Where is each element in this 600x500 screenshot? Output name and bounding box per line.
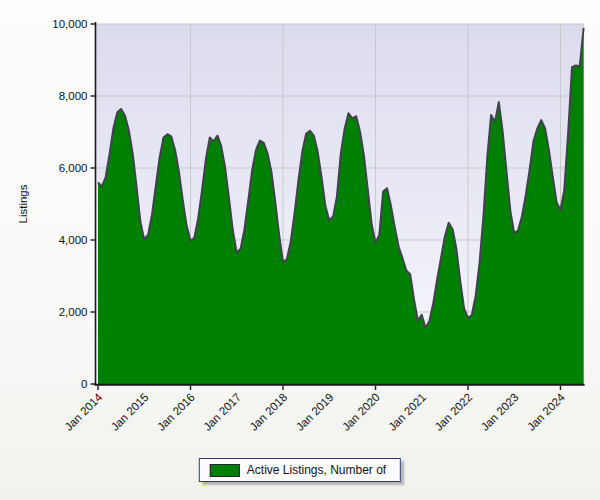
x-tick-label: Jan 2021 [386, 391, 428, 433]
y-tick-label: 4,000 [59, 234, 88, 246]
y-tick-label: 10,000 [52, 18, 87, 30]
x-tick-label: Jan 2024 [525, 391, 567, 433]
y-tick-label: 6,000 [59, 162, 88, 174]
x-tick-label: Jan 2022 [432, 391, 474, 433]
legend: Active Listings, Number of [199, 458, 401, 482]
legend-label: Active Listings, Number of [247, 463, 386, 477]
y-tick-label: 8,000 [59, 90, 88, 102]
legend-swatch-active-listings [210, 464, 240, 477]
x-tick-label: Jan 2014 [62, 391, 104, 433]
y-tick-label: 0 [81, 378, 87, 390]
x-tick-label: Jan 2020 [340, 391, 382, 433]
x-tick-label: Jan 2016 [155, 391, 197, 433]
x-tick-label: Jan 2019 [294, 391, 336, 433]
chart-container: 02,0004,0006,0008,00010,000Jan 2014Jan 2… [0, 0, 600, 500]
y-axis-title: Listings [17, 184, 29, 223]
area-chart-canvas: 02,0004,0006,0008,00010,000Jan 2014Jan 2… [0, 0, 600, 500]
x-tick-label: Jan 2015 [109, 391, 151, 433]
x-tick-label: Jan 2023 [479, 391, 521, 433]
y-tick-label: 2,000 [59, 306, 88, 318]
x-tick-label: Jan 2017 [201, 391, 243, 433]
x-tick-label: Jan 2018 [247, 391, 289, 433]
